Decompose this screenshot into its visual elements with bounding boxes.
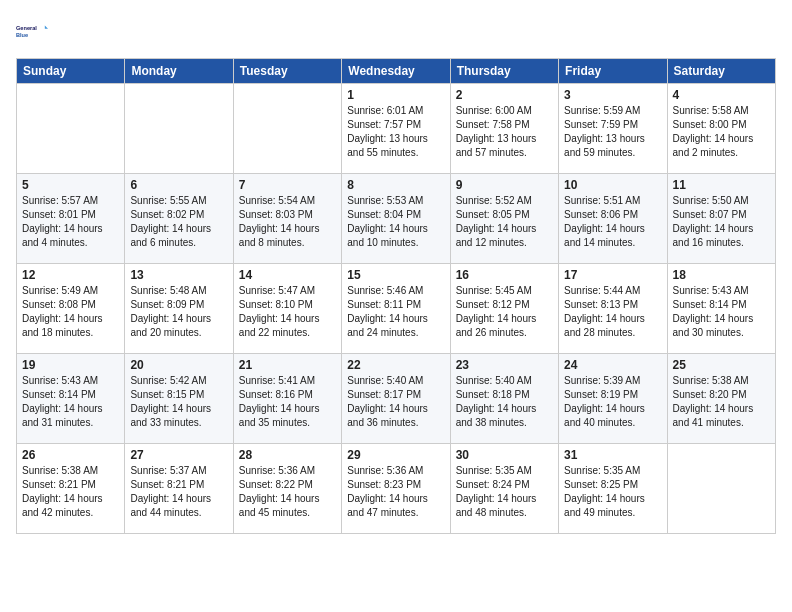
cell-content: Sunrise: 5:36 AMSunset: 8:22 PMDaylight:… [239,464,336,520]
sunrise-text: Sunrise: 5:46 AM [347,285,423,296]
sunset-text: Sunset: 8:15 PM [130,389,204,400]
sunset-text: Sunset: 8:13 PM [564,299,638,310]
sunset-text: Sunset: 8:17 PM [347,389,421,400]
day-number: 10 [564,178,661,192]
cell-content: Sunrise: 5:54 AMSunset: 8:03 PMDaylight:… [239,194,336,250]
cell-content: Sunrise: 6:00 AMSunset: 7:58 PMDaylight:… [456,104,553,160]
daylight-text: Daylight: 14 hours and 2 minutes. [673,133,754,158]
calendar-cell: 17Sunrise: 5:44 AMSunset: 8:13 PMDayligh… [559,264,667,354]
calendar-cell: 4Sunrise: 5:58 AMSunset: 8:00 PMDaylight… [667,84,775,174]
sunrise-text: Sunrise: 5:42 AM [130,375,206,386]
week-row-4: 19Sunrise: 5:43 AMSunset: 8:14 PMDayligh… [17,354,776,444]
calendar-cell: 20Sunrise: 5:42 AMSunset: 8:15 PMDayligh… [125,354,233,444]
day-number: 12 [22,268,119,282]
daylight-text: Daylight: 14 hours and 40 minutes. [564,403,645,428]
day-number: 22 [347,358,444,372]
sunrise-text: Sunrise: 5:47 AM [239,285,315,296]
sunrise-text: Sunrise: 5:59 AM [564,105,640,116]
calendar-cell: 11Sunrise: 5:50 AMSunset: 8:07 PMDayligh… [667,174,775,264]
sunrise-text: Sunrise: 5:43 AM [673,285,749,296]
daylight-text: Daylight: 14 hours and 47 minutes. [347,493,428,518]
sunrise-text: Sunrise: 5:43 AM [22,375,98,386]
sunset-text: Sunset: 8:14 PM [22,389,96,400]
cell-content: Sunrise: 5:48 AMSunset: 8:09 PMDaylight:… [130,284,227,340]
daylight-text: Daylight: 13 hours and 59 minutes. [564,133,645,158]
calendar-cell: 29Sunrise: 5:36 AMSunset: 8:23 PMDayligh… [342,444,450,534]
sunset-text: Sunset: 8:03 PM [239,209,313,220]
cell-content: Sunrise: 5:41 AMSunset: 8:16 PMDaylight:… [239,374,336,430]
sunset-text: Sunset: 8:06 PM [564,209,638,220]
page-header: General Blue [16,16,776,48]
day-header-sunday: Sunday [17,59,125,84]
sunrise-text: Sunrise: 5:44 AM [564,285,640,296]
sunset-text: Sunset: 8:11 PM [347,299,421,310]
day-number: 24 [564,358,661,372]
day-number: 30 [456,448,553,462]
day-header-wednesday: Wednesday [342,59,450,84]
daylight-text: Daylight: 14 hours and 20 minutes. [130,313,211,338]
calendar-cell: 19Sunrise: 5:43 AMSunset: 8:14 PMDayligh… [17,354,125,444]
calendar-cell [125,84,233,174]
day-header-row: SundayMondayTuesdayWednesdayThursdayFrid… [17,59,776,84]
daylight-text: Daylight: 14 hours and 10 minutes. [347,223,428,248]
sunrise-text: Sunrise: 5:40 AM [456,375,532,386]
cell-content: Sunrise: 5:36 AMSunset: 8:23 PMDaylight:… [347,464,444,520]
sunset-text: Sunset: 8:05 PM [456,209,530,220]
daylight-text: Daylight: 14 hours and 4 minutes. [22,223,103,248]
day-header-saturday: Saturday [667,59,775,84]
daylight-text: Daylight: 14 hours and 38 minutes. [456,403,537,428]
cell-content: Sunrise: 5:50 AMSunset: 8:07 PMDaylight:… [673,194,770,250]
day-number: 5 [22,178,119,192]
daylight-text: Daylight: 14 hours and 30 minutes. [673,313,754,338]
week-row-5: 26Sunrise: 5:38 AMSunset: 8:21 PMDayligh… [17,444,776,534]
calendar-cell: 5Sunrise: 5:57 AMSunset: 8:01 PMDaylight… [17,174,125,264]
sunrise-text: Sunrise: 5:52 AM [456,195,532,206]
day-number: 7 [239,178,336,192]
sunrise-text: Sunrise: 5:51 AM [564,195,640,206]
sunrise-text: Sunrise: 5:48 AM [130,285,206,296]
cell-content: Sunrise: 5:53 AMSunset: 8:04 PMDaylight:… [347,194,444,250]
calendar-cell: 6Sunrise: 5:55 AMSunset: 8:02 PMDaylight… [125,174,233,264]
sunrise-text: Sunrise: 5:38 AM [673,375,749,386]
day-number: 14 [239,268,336,282]
daylight-text: Daylight: 14 hours and 8 minutes. [239,223,320,248]
sunset-text: Sunset: 8:10 PM [239,299,313,310]
week-row-1: 1Sunrise: 6:01 AMSunset: 7:57 PMDaylight… [17,84,776,174]
daylight-text: Daylight: 14 hours and 16 minutes. [673,223,754,248]
daylight-text: Daylight: 14 hours and 41 minutes. [673,403,754,428]
sunset-text: Sunset: 8:24 PM [456,479,530,490]
svg-text:General: General [16,25,37,31]
sunset-text: Sunset: 8:25 PM [564,479,638,490]
day-number: 26 [22,448,119,462]
cell-content: Sunrise: 5:43 AMSunset: 8:14 PMDaylight:… [673,284,770,340]
day-number: 21 [239,358,336,372]
calendar-cell: 18Sunrise: 5:43 AMSunset: 8:14 PMDayligh… [667,264,775,354]
calendar-cell: 24Sunrise: 5:39 AMSunset: 8:19 PMDayligh… [559,354,667,444]
calendar-cell [17,84,125,174]
calendar-table: SundayMondayTuesdayWednesdayThursdayFrid… [16,58,776,534]
svg-text:Blue: Blue [16,32,28,38]
sunrise-text: Sunrise: 5:58 AM [673,105,749,116]
sunset-text: Sunset: 8:23 PM [347,479,421,490]
daylight-text: Daylight: 14 hours and 18 minutes. [22,313,103,338]
cell-content: Sunrise: 5:44 AMSunset: 8:13 PMDaylight:… [564,284,661,340]
day-header-thursday: Thursday [450,59,558,84]
calendar-cell: 25Sunrise: 5:38 AMSunset: 8:20 PMDayligh… [667,354,775,444]
sunrise-text: Sunrise: 6:01 AM [347,105,423,116]
calendar-cell [667,444,775,534]
week-row-3: 12Sunrise: 5:49 AMSunset: 8:08 PMDayligh… [17,264,776,354]
day-number: 18 [673,268,770,282]
day-number: 6 [130,178,227,192]
calendar-cell: 12Sunrise: 5:49 AMSunset: 8:08 PMDayligh… [17,264,125,354]
sunrise-text: Sunrise: 5:35 AM [456,465,532,476]
daylight-text: Daylight: 14 hours and 48 minutes. [456,493,537,518]
day-number: 23 [456,358,553,372]
daylight-text: Daylight: 14 hours and 36 minutes. [347,403,428,428]
sunset-text: Sunset: 8:16 PM [239,389,313,400]
daylight-text: Daylight: 14 hours and 33 minutes. [130,403,211,428]
calendar-cell: 9Sunrise: 5:52 AMSunset: 8:05 PMDaylight… [450,174,558,264]
day-number: 17 [564,268,661,282]
sunrise-text: Sunrise: 5:39 AM [564,375,640,386]
daylight-text: Daylight: 14 hours and 42 minutes. [22,493,103,518]
logo-icon: General Blue [16,16,48,48]
